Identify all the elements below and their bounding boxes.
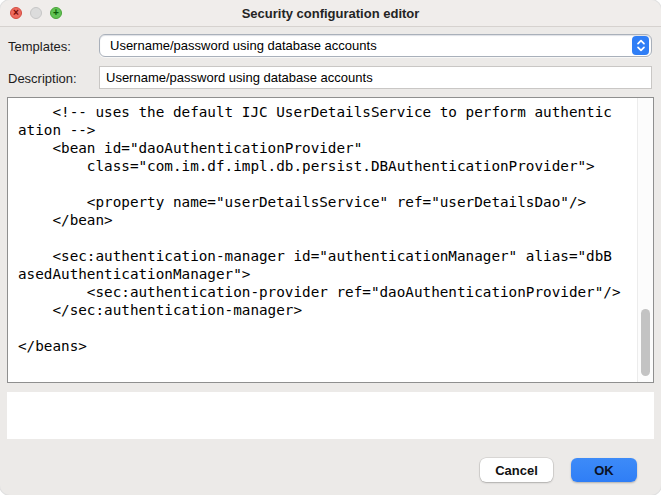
- templates-label: Templates:: [8, 39, 71, 54]
- dropdown-stepper-icon: [632, 36, 649, 55]
- code-editor: <!-- uses the default IJC UserDetailsSer…: [7, 97, 654, 383]
- ok-button[interactable]: OK: [571, 458, 637, 482]
- scrollbar-thumb[interactable]: [641, 309, 650, 376]
- window-title: Security configuration editor: [242, 6, 420, 21]
- close-button[interactable]: ×: [10, 7, 22, 19]
- code-editor-text[interactable]: <!-- uses the default IJC UserDetailsSer…: [8, 98, 637, 382]
- titlebar: × + Security configuration editor: [0, 0, 661, 27]
- close-icon: ×: [13, 7, 19, 19]
- templates-selected-value: Username/password using database account…: [100, 38, 632, 53]
- minimize-button: [30, 7, 42, 19]
- cancel-button[interactable]: Cancel: [480, 458, 553, 482]
- message-panel: [7, 392, 654, 439]
- window-controls: × +: [10, 7, 62, 19]
- vertical-scrollbar[interactable]: [637, 98, 653, 382]
- description-label: Description:: [8, 71, 77, 86]
- zoom-button[interactable]: +: [50, 7, 62, 19]
- templates-dropdown[interactable]: Username/password using database account…: [99, 34, 652, 57]
- description-input[interactable]: [99, 66, 652, 89]
- zoom-icon: +: [53, 7, 59, 19]
- security-configuration-editor-dialog: × + Security configuration editor Templa…: [0, 0, 661, 495]
